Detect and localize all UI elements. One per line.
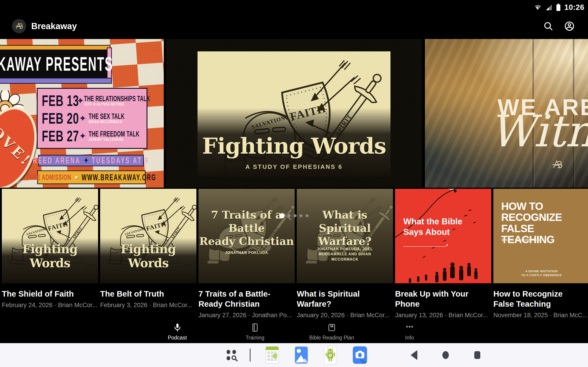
episode-title: The Belt of Truth [100, 289, 196, 299]
android-app-icon[interactable] [324, 346, 337, 365]
love-sticker-text: OVE! [0, 123, 35, 169]
artwork-title: Fighting Words [100, 242, 196, 270]
breakaway-monogram-watermark [551, 158, 564, 171]
episode-artwork: What the Bible Says About __________. [395, 189, 491, 283]
website-text: WWW.BREAKAWAY.ORG [82, 172, 156, 182]
event-row: FEB 13 ✦ THE RELATIONSHIPS TALK JEFF & A… [42, 92, 142, 109]
episode-meta: February 3, 2026 · Brian McCor... [100, 302, 196, 309]
recents-icon[interactable] [473, 350, 482, 360]
episode-meta: November 18, 2025 · Brian McC... [493, 312, 588, 319]
app-header: Breakaway [0, 13, 588, 39]
event-speaker: JEREMY VALLERAND [89, 137, 142, 142]
episode-title: 7 Traits of a Battle-Ready Christian [199, 289, 295, 309]
event-dates-panel: FEB 13 ✦ THE RELATIONSHIPS TALK JEFF & A… [37, 88, 147, 149]
episode-card[interactable]: TRUTH SPIRIT 7 Traits of a Battle Ready … [199, 189, 295, 319]
tab-podcast[interactable]: Podcast [168, 323, 187, 341]
event-row: FEB 20 ✦ THE SEX TALK BRIAN MCCORMACK [42, 110, 142, 127]
fighting-words-subtitle: A STUDY OF EPHESIANS 6 [198, 163, 390, 170]
info-ellipsis-icon [405, 323, 415, 333]
carousel-dot[interactable] [280, 213, 285, 218]
tab-label: Info [405, 335, 414, 341]
episode-title: What is Spiritual Warfare? [297, 289, 393, 309]
back-icon[interactable] [410, 350, 419, 360]
artwork-byline: JONATHAN POKLUDA, JOEL MUDDAMALLE AND BR… [306, 247, 383, 262]
tab-training[interactable]: Training [246, 323, 264, 341]
event-date: FEB 20 [42, 109, 77, 127]
episode-meta: January 13, 2026 · Brian McCor... [395, 312, 491, 319]
app-title: Breakaway [31, 21, 77, 31]
battery-icon [556, 3, 561, 11]
home-icon[interactable] [441, 350, 450, 360]
event-speaker: BRIAN MCCORMACK [89, 119, 142, 124]
episode-artwork: HOW TO RECOGNIZE FALSE TEACHING BRIAN MC… [493, 189, 588, 283]
venue-time: TUESDAYS AT 9 [92, 156, 149, 165]
breakaway-logo [12, 19, 26, 33]
dock-divider [250, 348, 251, 362]
event-speaker: JEFF & ALYSSA BETHKE [84, 102, 150, 106]
episode-list: FAITH SALVATION PEACE TRUTH SPIRIT Fight… [2, 189, 588, 319]
admission-bar: FREE ADMISSION ✦ WWW.BREAKAWAY.ORG [37, 170, 146, 184]
search-icon[interactable] [543, 21, 553, 31]
bottom-navigation: Podcast Training Bible Reading Plan Info [0, 319, 588, 343]
carousel-dot[interactable] [288, 214, 291, 217]
camera-app-icon[interactable] [353, 346, 367, 364]
tab-label: Podcast [168, 335, 187, 341]
episode-title: The Shield of Faith [2, 289, 98, 299]
microphone-icon [172, 323, 182, 333]
episode-meta: January 27, 2026 · Jonathan Po... [199, 312, 295, 319]
episode-meta: February 24, 2026 · Brian McCor... [2, 302, 98, 309]
app-drawer-search-icon[interactable] [224, 348, 239, 362]
breakaway-monogram-icon [14, 21, 24, 31]
episode-artwork: TRUTH SPIRIT What is Spiritual Warfare? … [297, 189, 393, 283]
episode-title: How to Recognize False Teaching [493, 289, 588, 309]
account-icon[interactable] [564, 21, 575, 31]
artwork-blank-line: __________. [403, 238, 448, 248]
presents-banner: BREAKAWAY PRESENTS [0, 48, 107, 80]
photos-app-icon[interactable] [295, 346, 308, 364]
venue-bar: REED ARENA ✦ TUESDAYS AT 9 [38, 155, 144, 166]
carousel-slide-we-are-a-witness[interactable]: WE ARE A Witness [425, 39, 588, 188]
cell-signal-icon [545, 4, 552, 11]
artwork-title: Fighting Words [2, 242, 98, 270]
status-time: 10:26 [564, 3, 584, 12]
tab-info[interactable]: Info [405, 323, 415, 341]
tab-label: Bible Reading Plan [309, 335, 354, 341]
artwork-byline: JONATHAN POKLUDA [208, 250, 285, 255]
carousel-dot[interactable] [305, 214, 309, 217]
carousel-dot[interactable] [294, 214, 296, 217]
episode-card[interactable]: What the Bible Says About __________. Br… [395, 189, 491, 319]
star-icon: ✦ [84, 156, 88, 165]
episode-title: Break Up with Your Phone [395, 289, 491, 309]
episode-card[interactable]: FAITH SALVATION PEACE TRUTH SPIRIT Fight… [100, 189, 196, 319]
venue-text: REED ARENA [33, 156, 81, 165]
event-date: FEB 27 [42, 127, 77, 145]
episode-meta: January 20, 2026 · Brian McCor... [297, 312, 393, 319]
tab-bible-reading-plan[interactable]: Bible Reading Plan [309, 323, 354, 341]
event-date: FEB 13 [42, 92, 77, 110]
event-row: FEB 27 ✦ THE FREEDOM TALK JEREMY VALLERA… [42, 127, 142, 145]
episode-card[interactable]: FAITH SALVATION PEACE TRUTH SPIRIT Fight… [2, 189, 98, 319]
episode-card[interactable]: TRUTH SPIRIT What is Spiritual Warfare? … [297, 189, 393, 319]
fighting-words-title: Fighting Words [198, 133, 390, 159]
star-icon: ✦ [73, 173, 79, 181]
admission-text: FREE ADMISSION [27, 173, 71, 182]
wifi-icon [534, 4, 542, 11]
episode-artwork: FAITH SALVATION PEACE TRUTH SPIRIT Fight… [100, 189, 196, 283]
status-bar: 10:26 [0, 0, 588, 13]
episode-artwork: FAITH SALVATION PEACE TRUTH SPIRIT Fight… [2, 189, 98, 283]
tab-label: Training [246, 335, 264, 341]
episode-card[interactable]: HOW TO RECOGNIZE FALSE TEACHING BRIAN MC… [493, 189, 588, 319]
carousel-slide-fighting-words[interactable]: FAITH SALVATION PEACE TRUTH SPIRIT RIGHT… [166, 39, 422, 188]
svg-text:SPIRIT: SPIRIT [170, 226, 181, 240]
episode-artwork: TRUTH SPIRIT 7 Traits of a Battle Ready … [199, 189, 295, 283]
presents-banner-text: BREAKAWAY PRESENTS [0, 53, 113, 75]
carousel-slide-breakaway-presents[interactable]: OVE! BREAKAWAY PRESENTS FEB 13 ✦ THE REL… [0, 39, 164, 188]
carousel-pager [0, 213, 588, 218]
fighting-words-artwork: FAITH SALVATION PEACE TRUTH SPIRIT RIGHT… [198, 51, 390, 177]
bookmark-book-icon [327, 323, 337, 333]
artwork-byline: BRIAN MCCORMACK [502, 238, 540, 242]
svg-text:SPIRIT: SPIRIT [72, 226, 83, 240]
calendar-app-icon[interactable] [266, 346, 279, 364]
carousel-dot[interactable] [300, 214, 303, 217]
artwork-title: What the Bible Says About __________. [403, 216, 491, 248]
